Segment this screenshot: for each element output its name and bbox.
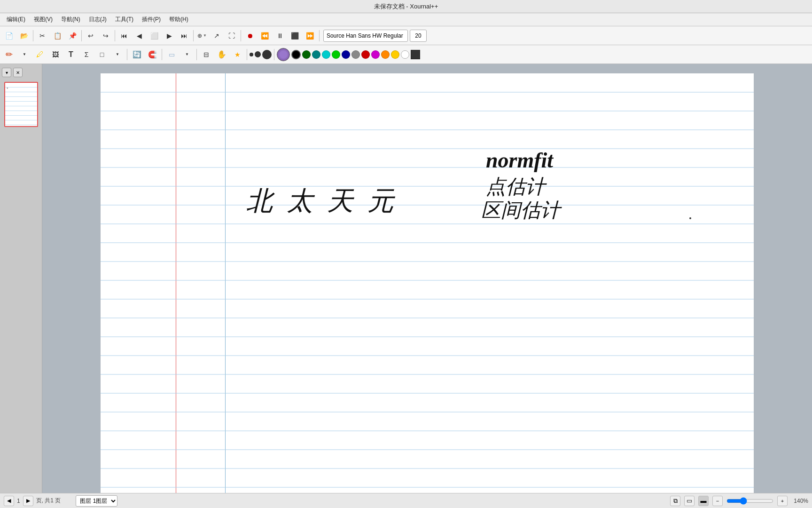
- font-name-input[interactable]: [323, 30, 408, 42]
- paste-button[interactable]: 📌: [65, 29, 79, 42]
- cut-button[interactable]: ✂: [35, 29, 49, 42]
- fill-dropdown-button[interactable]: ▼: [180, 48, 194, 61]
- pen-size-large[interactable]: [262, 50, 272, 59]
- color-yellow[interactable]: [391, 50, 399, 59]
- menu-edit[interactable]: 编辑(E): [3, 15, 29, 24]
- color-teal[interactable]: [312, 50, 320, 59]
- status-bar: ◀ 1 ▶ 页, 共1 页 图层 1图层 ⧉ ▭ ▬ − + 140%: [0, 493, 812, 508]
- page-thumbnail-1[interactable]: ≡: [4, 82, 38, 127]
- layer-selector[interactable]: 图层 1图层: [76, 495, 117, 507]
- toolbar2: ✏ ▼ 🖊 🖼 T Σ □ ▼ 🔄 🧲 ▭ ▼ ⊟ ✋ ★: [0, 45, 812, 64]
- status-right: ⧉ ▭ ▬ − + 140%: [670, 496, 808, 506]
- separator-t2: [162, 49, 162, 60]
- favorite-button[interactable]: ★: [230, 48, 244, 61]
- redo-button[interactable]: ↪: [99, 29, 113, 42]
- formula-button[interactable]: Σ: [79, 48, 94, 61]
- sidebar: ▾ ✕ ≡: [0, 64, 42, 493]
- color-dark-green[interactable]: [302, 50, 311, 59]
- copy-button[interactable]: 📋: [50, 29, 64, 42]
- toolbar1: 📄 📂 ✂ 📋 📌 ↩ ↪ ⏮ ◀ ⬜ ▶ ⏭ ⊕ ▼ ↗ ⛶ ⏺ ⏪ ⏸ ⬛ …: [0, 26, 812, 45]
- english-text-1: normfit: [486, 148, 554, 172]
- snap-button[interactable]: 🧲: [145, 48, 159, 61]
- page-number-display: 1: [17, 498, 20, 504]
- hand-tool-button[interactable]: ✋: [215, 48, 229, 61]
- thumb-lines: [5, 83, 37, 126]
- page-next-button[interactable]: ▶: [23, 496, 33, 506]
- fill-color-button[interactable]: ▭: [164, 48, 179, 61]
- separator1: [33, 30, 33, 41]
- last-page-button[interactable]: ⏭: [177, 29, 191, 42]
- rewind-button[interactable]: ⏪: [258, 29, 272, 42]
- copy-page-button[interactable]: ⬜: [147, 29, 161, 42]
- refresh-button[interactable]: 🔄: [130, 48, 144, 61]
- stop-button[interactable]: ⬛: [288, 29, 302, 42]
- record-button[interactable]: ⏺: [243, 29, 257, 42]
- sidebar-collapse-button[interactable]: ▾: [2, 68, 11, 77]
- page-prev-button[interactable]: ◀: [4, 496, 14, 506]
- image-button[interactable]: 🖼: [48, 48, 62, 61]
- color-white[interactable]: [401, 50, 409, 59]
- color-cyan[interactable]: [322, 50, 330, 59]
- insert-button[interactable]: ⊕ ▼: [195, 29, 209, 42]
- menu-nav[interactable]: 导航(N): [57, 15, 84, 24]
- prev-page-button[interactable]: ◀: [132, 29, 146, 42]
- separator-t4: [247, 49, 247, 60]
- open-button[interactable]: 📂: [17, 29, 31, 42]
- play-button[interactable]: ⏩: [303, 29, 317, 42]
- color-red[interactable]: [361, 50, 370, 59]
- pen-dropdown-button[interactable]: ▼: [17, 48, 31, 61]
- separator5: [241, 30, 241, 41]
- view-mode-3-button[interactable]: ▬: [698, 496, 709, 506]
- menu-tools[interactable]: 工具(T): [111, 15, 137, 24]
- separator2: [81, 30, 82, 41]
- color-green[interactable]: [332, 50, 340, 59]
- separator3: [115, 30, 115, 41]
- zoom-out-button[interactable]: −: [712, 496, 723, 506]
- undo-button[interactable]: ↩: [84, 29, 98, 42]
- handwriting-layer: 北 太 天 元 normfit 点估计 区间估计: [101, 73, 754, 493]
- zoom-slider[interactable]: [726, 497, 773, 505]
- shape-dropdown-button[interactable]: ▼: [110, 48, 125, 61]
- chinese-text-3: 区间估计: [481, 199, 562, 221]
- color-special[interactable]: [277, 48, 290, 61]
- view-mode-1-button[interactable]: ⧉: [670, 496, 680, 506]
- view-mode-2-button[interactable]: ▭: [684, 496, 695, 506]
- separator-t5: [274, 49, 274, 60]
- menu-journal[interactable]: 日志(J): [85, 15, 110, 24]
- menu-plugins[interactable]: 插件(P): [138, 15, 164, 24]
- first-page-button[interactable]: ⏮: [117, 29, 131, 42]
- canvas-area[interactable]: 北 太 天 元 normfit 点估计 区间估计: [42, 64, 812, 493]
- next-page-button[interactable]: ▶: [162, 29, 176, 42]
- small-dot: [689, 217, 691, 219]
- color-magenta[interactable]: [371, 50, 380, 59]
- menu-help[interactable]: 帮助(H): [165, 15, 192, 24]
- pause-button[interactable]: ⏸: [273, 29, 287, 42]
- font-selector: [323, 30, 427, 42]
- highlighter-button[interactable]: 🖊: [33, 48, 47, 61]
- page-info-text: 页, 共1 页: [36, 497, 61, 505]
- color-orange[interactable]: [381, 50, 390, 59]
- export-button[interactable]: ↗: [210, 29, 224, 42]
- color-black[interactable]: [291, 50, 301, 59]
- color-dark-square[interactable]: [411, 50, 420, 59]
- pen-size-small[interactable]: [250, 53, 253, 56]
- color-dark-blue[interactable]: [342, 50, 350, 59]
- font-size-input[interactable]: [410, 30, 427, 42]
- menu-view[interactable]: 视图(V): [30, 15, 56, 24]
- rectangle-button[interactable]: □: [95, 48, 109, 61]
- text-button[interactable]: T: [64, 48, 78, 61]
- window-title: 未保存文档 - Xournal++: [374, 2, 438, 11]
- separator4: [193, 30, 194, 41]
- color-gray[interactable]: [351, 50, 360, 59]
- main-area: ▾ ✕ ≡: [0, 64, 812, 493]
- zoom-in-button[interactable]: +: [777, 496, 788, 506]
- blue-margin-line: [225, 73, 226, 493]
- pen-size-medium[interactable]: [255, 51, 261, 57]
- fullscreen-button[interactable]: ⛶: [225, 29, 239, 42]
- pen-tool-button[interactable]: ✏: [2, 48, 16, 61]
- new-button[interactable]: 📄: [2, 29, 16, 42]
- chinese-text: 北 太 天 元: [246, 186, 398, 215]
- eraser-button[interactable]: ⊟: [199, 48, 213, 61]
- sidebar-close-button[interactable]: ✕: [13, 68, 23, 77]
- separator-t1: [127, 49, 127, 60]
